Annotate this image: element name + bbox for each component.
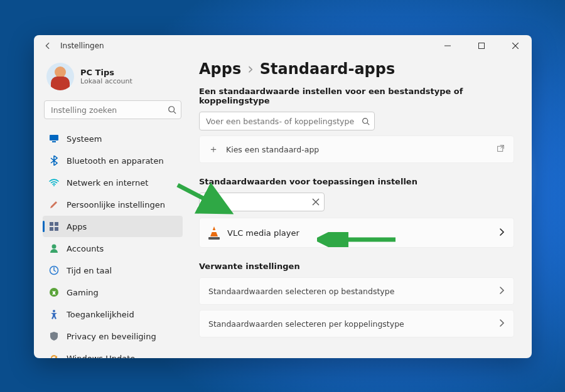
nav-personalization[interactable]: Persoonlijke instellingen bbox=[43, 194, 183, 215]
app-search-input[interactable] bbox=[199, 193, 325, 211]
nav-time-language[interactable]: Tijd en taal bbox=[43, 260, 183, 281]
avatar bbox=[46, 63, 74, 90]
related-by-linktype[interactable]: Standaardwaarden selecteren per koppelin… bbox=[199, 310, 514, 337]
settings-window: Instellingen PC Tips Lokaal account bbox=[34, 35, 532, 358]
profile-block[interactable]: PC Tips Lokaal account bbox=[43, 60, 183, 97]
breadcrumb-leaf: Standaard-apps bbox=[260, 60, 395, 78]
settings-search bbox=[44, 100, 181, 119]
nav-label: Privacy en beveiliging bbox=[67, 332, 156, 341]
nav-accounts[interactable]: Accounts bbox=[43, 238, 183, 259]
close-button[interactable] bbox=[502, 35, 529, 56]
chevron-right-icon bbox=[498, 228, 505, 238]
svg-point-11 bbox=[52, 245, 56, 249]
person-icon bbox=[49, 243, 59, 253]
monitor-icon bbox=[49, 134, 59, 143]
breadcrumb: Apps › Standaard-apps bbox=[199, 60, 514, 78]
nav-label: Apps bbox=[67, 222, 87, 231]
nav-accessibility[interactable]: Toegankelijkheid bbox=[43, 304, 183, 325]
back-button[interactable] bbox=[41, 41, 54, 50]
card-label: Standaardwaarden selecteren per koppelin… bbox=[208, 319, 404, 329]
profile-name: PC Tips bbox=[80, 68, 132, 77]
chevron-right-icon bbox=[498, 319, 505, 329]
wifi-icon bbox=[49, 179, 59, 186]
vlc-icon bbox=[208, 226, 220, 239]
app-result-vlc[interactable]: VLC media player bbox=[199, 218, 514, 248]
card-label: Standaardwaarden selecteren op bestandst… bbox=[208, 287, 394, 296]
section-heading-related: Verwante instellingen bbox=[199, 262, 514, 271]
nav-label: Persoonlijke instellingen bbox=[67, 200, 165, 209]
minimize-button[interactable] bbox=[434, 35, 461, 56]
search-icon bbox=[168, 105, 176, 117]
nav-apps[interactable]: Apps bbox=[43, 216, 183, 237]
main-content: Apps › Standaard-apps Een standaardwaard… bbox=[188, 56, 532, 358]
breadcrumb-root[interactable]: Apps bbox=[199, 60, 241, 78]
plus-icon: ＋ bbox=[208, 143, 218, 156]
svg-rect-10 bbox=[55, 227, 58, 231]
nav-label: Accounts bbox=[67, 244, 104, 253]
section-heading-filetype: Een standaardwaarde instellen voor een b… bbox=[199, 87, 514, 105]
shield-icon bbox=[49, 331, 59, 341]
svg-point-14 bbox=[53, 310, 55, 312]
update-icon bbox=[49, 353, 59, 358]
svg-point-6 bbox=[53, 185, 55, 186]
nav-label: Toegankelijkheid bbox=[67, 310, 134, 319]
choose-default-app-card[interactable]: ＋ Kies een standaard-app bbox=[199, 135, 514, 163]
sidebar: PC Tips Lokaal account Systeem bbox=[34, 56, 188, 358]
maximize-button[interactable] bbox=[468, 35, 495, 56]
apps-icon bbox=[49, 221, 59, 231]
related-by-filetype[interactable]: Standaardwaarden selecteren op bestandst… bbox=[199, 277, 514, 305]
svg-rect-4 bbox=[50, 135, 58, 140]
svg-rect-9 bbox=[50, 227, 53, 231]
svg-line-3 bbox=[174, 112, 176, 114]
chevron-right-icon bbox=[498, 287, 505, 296]
section-heading-apps: Standaardwaarden voor toepassingen inste… bbox=[199, 177, 514, 186]
card-label: Kies een standaard-app bbox=[226, 145, 319, 154]
titlebar: Instellingen bbox=[34, 35, 532, 56]
nav-label: Systeem bbox=[67, 134, 102, 144]
filetype-input[interactable] bbox=[199, 112, 375, 130]
svg-rect-5 bbox=[52, 141, 56, 142]
brush-icon bbox=[49, 199, 59, 209]
svg-point-2 bbox=[169, 107, 175, 112]
nav-gaming[interactable]: Gaming bbox=[43, 282, 183, 303]
nav-list: Systeem Bluetooth en apparaten Netwerk e… bbox=[43, 128, 183, 358]
svg-rect-1 bbox=[479, 43, 485, 49]
nav-bluetooth[interactable]: Bluetooth en apparaten bbox=[43, 150, 183, 171]
app-result-label: VLC media player bbox=[227, 228, 299, 238]
nav-label: Tijd en taal bbox=[67, 266, 112, 275]
nav-label: Windows Update bbox=[67, 354, 135, 359]
nav-privacy[interactable]: Privacy en beveiliging bbox=[43, 326, 183, 347]
chevron-right-icon: › bbox=[247, 60, 254, 78]
svg-rect-7 bbox=[50, 222, 53, 226]
xbox-icon bbox=[49, 287, 59, 297]
nav-label: Netwerk en internet bbox=[67, 178, 148, 188]
nav-windows-update[interactable]: Windows Update bbox=[43, 347, 183, 358]
window-title: Instellingen bbox=[60, 41, 104, 50]
nav-label: Bluetooth en apparaten bbox=[67, 156, 164, 166]
clear-icon[interactable] bbox=[312, 196, 320, 208]
accessibility-icon bbox=[49, 309, 59, 319]
svg-rect-8 bbox=[55, 222, 58, 226]
clock-globe-icon bbox=[49, 265, 59, 275]
nav-label: Gaming bbox=[67, 288, 99, 297]
nav-systeem[interactable]: Systeem bbox=[43, 128, 183, 149]
settings-search-input[interactable] bbox=[44, 100, 181, 119]
profile-account-type: Lokaal account bbox=[80, 77, 132, 85]
bluetooth-icon bbox=[49, 156, 59, 166]
nav-network[interactable]: Netwerk en internet bbox=[43, 172, 183, 193]
popout-icon bbox=[497, 144, 505, 154]
